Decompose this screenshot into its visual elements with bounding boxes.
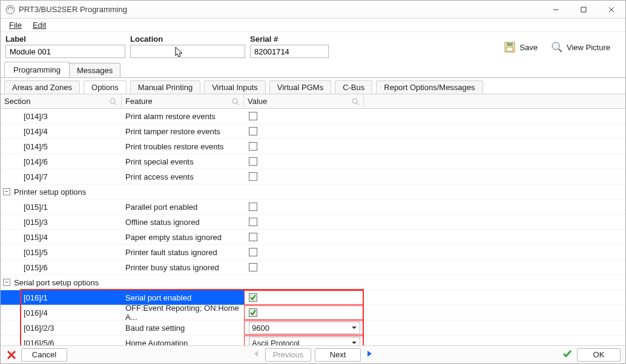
col-value[interactable]: Value: [244, 94, 364, 108]
field-group-serial: Serial #: [250, 34, 329, 58]
maximize-button[interactable]: [570, 1, 598, 19]
checkbox[interactable]: [249, 233, 257, 241]
col-feature[interactable]: Feature: [122, 94, 244, 108]
cell-feature: Print tamper restore events: [122, 124, 244, 138]
cell-feature: Print troubles restore events: [122, 139, 244, 154]
cell-section: [014]/7: [1, 169, 122, 184]
cell-section: [016]/5/6: [1, 336, 122, 345]
cell-section: [014]/3: [1, 109, 122, 123]
menu-bar: File Edit: [1, 19, 625, 32]
serial-input[interactable]: [250, 45, 329, 58]
serial-label: Serial #: [250, 34, 329, 44]
combo[interactable]: Ascii Protocol: [249, 337, 360, 345]
table-row[interactable]: [016]/4 OFF:Event Reporting; ON:Home A..…: [1, 305, 625, 320]
table-row[interactable]: [015]/5 Printer fault status ignored: [1, 245, 625, 260]
menu-file[interactable]: File: [4, 19, 27, 31]
ok-button[interactable]: OK: [577, 348, 621, 362]
close-button[interactable]: [598, 1, 625, 19]
svg-point-12: [232, 99, 237, 103]
cell-section: [016]/4: [1, 305, 122, 320]
view-picture-button[interactable]: View Picture: [547, 38, 614, 56]
cancel-button[interactable]: Cancel: [21, 348, 67, 362]
menu-edit[interactable]: Edit: [28, 19, 51, 31]
combo[interactable]: 9600: [249, 322, 360, 334]
group-serial-setup[interactable]: − Serial port setup options: [1, 275, 625, 290]
cell-section: [015]/4: [1, 230, 122, 244]
minimize-button[interactable]: [542, 1, 570, 19]
search-icon[interactable]: [109, 97, 117, 106]
cell-section: [014]/4: [1, 124, 122, 138]
table-row[interactable]: [014]/4 Print tamper restore events: [1, 124, 625, 139]
svg-line-9: [559, 49, 562, 52]
header-form: Label Location Serial # Save: [1, 32, 625, 59]
checkbox[interactable]: [249, 142, 257, 151]
checkbox[interactable]: [249, 157, 257, 166]
table-row[interactable]: [014]/7 Print access events: [1, 169, 625, 184]
grid-header: Section Feature Value: [1, 94, 625, 109]
collapse-icon[interactable]: −: [3, 279, 10, 286]
checkbox[interactable]: [249, 308, 257, 317]
collapse-icon[interactable]: −: [3, 188, 10, 195]
checkbox[interactable]: [249, 172, 257, 181]
table-row[interactable]: [014]/5 Print troubles restore events: [1, 139, 625, 154]
subtab-manual-printing-label: Manual Printing: [138, 83, 193, 92]
ok-label: OK: [593, 350, 605, 359]
col-section[interactable]: Section: [1, 94, 122, 108]
table-row[interactable]: [015]/6 Printer busy status ignored: [1, 260, 625, 275]
save-button[interactable]: Save: [499, 38, 542, 56]
checkbox[interactable]: [249, 127, 257, 135]
content: Label Location Serial # Save: [1, 32, 625, 345]
cell-value: [244, 200, 364, 214]
table-row[interactable]: [014]/3 Print alarm restore events: [1, 109, 625, 124]
label-input[interactable]: [5, 45, 125, 58]
subtab-virtual-pgms[interactable]: Virtual PGMs: [269, 80, 331, 94]
cell-feature: Baud rate setting: [122, 320, 244, 335]
cell-value: [244, 230, 364, 244]
group-printer-setup[interactable]: − Printer setup options: [1, 184, 625, 200]
cell-value: [244, 169, 364, 184]
combo-value: Ascii Protocol: [252, 339, 300, 346]
previous-button[interactable]: Previous: [265, 348, 311, 362]
location-input[interactable]: [130, 45, 245, 58]
table-row[interactable]: [015]/1 Parallel port enabled: [1, 200, 625, 215]
subtab-report-options[interactable]: Report Options/Messages: [376, 80, 483, 94]
field-group-label: Label: [5, 34, 125, 58]
checkbox[interactable]: [249, 293, 257, 302]
tab-programming[interactable]: Programming: [4, 62, 70, 77]
next-button[interactable]: Next: [315, 348, 361, 362]
svg-point-10: [110, 99, 115, 103]
cell-feature: Print special events: [122, 154, 244, 169]
search-icon[interactable]: [351, 97, 360, 106]
subtab-manual-printing[interactable]: Manual Printing: [130, 80, 200, 94]
svg-line-11: [114, 103, 117, 105]
checkbox[interactable]: [249, 112, 257, 120]
ok-check-icon: [562, 349, 572, 360]
subtab-areas-zones[interactable]: Areas and Zones: [4, 80, 80, 94]
tab-messages[interactable]: Messages: [69, 63, 120, 77]
cell-section: [015]/6: [1, 260, 122, 275]
checkbox[interactable]: [249, 263, 257, 271]
header-actions: Save View Picture: [499, 34, 621, 56]
table-row[interactable]: [015]/4 Paper empty status ignored: [1, 230, 625, 245]
save-label: Save: [519, 43, 538, 52]
checkbox[interactable]: [249, 248, 257, 256]
cell-section: [015]/5: [1, 245, 122, 259]
table-row[interactable]: [015]/3 Offline status ignored: [1, 215, 625, 230]
subtab-virtual-inputs-label: Virtual Inputs: [212, 83, 258, 92]
search-icon[interactable]: [231, 97, 240, 106]
table-row[interactable]: [016]/1 Serial port enabled: [1, 290, 625, 305]
subtab-options[interactable]: Options: [84, 80, 127, 94]
table-row[interactable]: [014]/6 Print special events: [1, 154, 625, 169]
checkbox[interactable]: [249, 203, 257, 211]
subtab-virtual-inputs[interactable]: Virtual Inputs: [204, 80, 266, 94]
table-row[interactable]: [016]/5/6 Home Automation Ascii Protocol: [1, 336, 625, 345]
sub-tabstrip: Areas and Zones Options Manual Printing …: [1, 78, 625, 94]
svg-line-15: [357, 103, 359, 105]
col-feature-label: Feature: [125, 97, 153, 106]
checkbox[interactable]: [249, 218, 257, 226]
magnifier-icon: [551, 41, 563, 53]
table-row[interactable]: [016]/2/3 Baud rate setting 9600: [1, 320, 625, 336]
main-tabstrip: Programming Messages: [1, 59, 625, 78]
grid-body[interactable]: [014]/3 Print alarm restore events [014]…: [1, 109, 625, 345]
subtab-cbus[interactable]: C-Bus: [335, 80, 372, 94]
